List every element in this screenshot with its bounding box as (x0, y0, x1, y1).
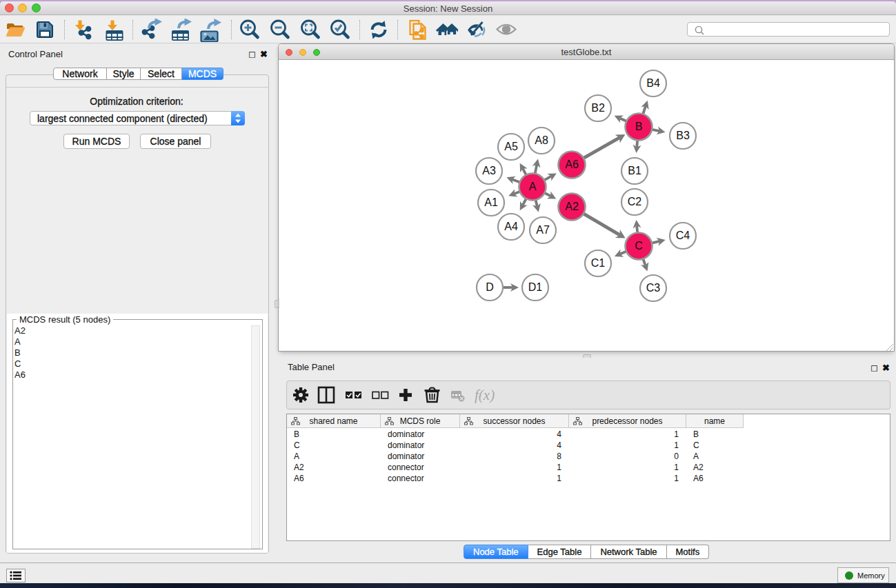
svg-text:C4: C4 (676, 230, 690, 241)
svg-text:A4: A4 (504, 221, 518, 232)
svg-text:B1: B1 (628, 165, 641, 176)
svg-text:f(x): f(x) (475, 387, 495, 403)
svg-text:B4: B4 (646, 77, 660, 89)
svg-text:A7: A7 (536, 224, 550, 236)
svg-text:A8: A8 (535, 134, 548, 146)
svg-text:D1: D1 (528, 281, 543, 293)
svg-text:A: A (529, 181, 537, 192)
svg-text:D: D (486, 281, 494, 293)
svg-text:C1: C1 (591, 257, 606, 269)
svg-text:B: B (635, 121, 643, 132)
svg-text:A5: A5 (504, 141, 518, 152)
svg-text:B2: B2 (591, 102, 605, 114)
svg-text:B3: B3 (676, 130, 690, 141)
svg-text:A3: A3 (482, 165, 496, 176)
svg-text:A1: A1 (484, 196, 498, 208)
svg-text:C: C (635, 240, 643, 252)
svg-text:A6: A6 (565, 159, 579, 170)
svg-text:C2: C2 (628, 196, 642, 207)
svg-text:C3: C3 (646, 282, 661, 294)
svg-text:A2: A2 (565, 201, 579, 212)
